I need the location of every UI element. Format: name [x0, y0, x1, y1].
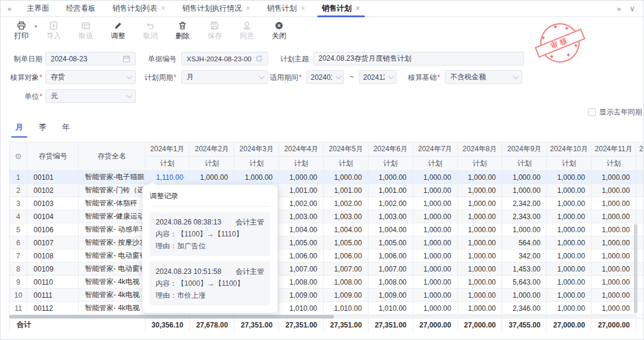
doc-no-input[interactable]: XSJH-2024-08-23-00003 — [181, 52, 268, 65]
dropdown-caret-icon[interactable]: ▾ — [35, 24, 37, 29]
table-row[interactable]: 1000111智能管家- 4k电视（45寸）1,009.001,009.001,… — [10, 289, 644, 302]
item-name-cell[interactable]: 智能管家-健康运动手环 — [79, 210, 145, 223]
plan-value-cell[interactable]: 1,000.00 — [413, 210, 457, 223]
plan-value-cell[interactable]: 1,000.00 — [547, 171, 592, 184]
plan-value-cell[interactable]: 1,000.00 — [502, 184, 547, 197]
nav-tab-0[interactable]: 主界面 — [18, 1, 58, 16]
plan-value-cell[interactable] — [636, 171, 644, 184]
tabs-collapse-icon[interactable]: « — [1, 1, 18, 16]
plan-value-cell[interactable]: 1,005.00 — [279, 236, 324, 249]
plan-value-cell[interactable]: 1,008.00 — [324, 276, 369, 289]
保存-button[interactable]: 保存 — [206, 20, 224, 39]
plan-value-cell[interactable]: 1,000.00 — [547, 197, 592, 210]
plan-value-cell[interactable]: 1,000.00 — [190, 171, 234, 184]
plan-value-cell[interactable]: 1,000.00 — [502, 171, 547, 184]
plan-value-cell[interactable]: 1,004.00 — [324, 223, 369, 236]
nav-tab-4[interactable]: 销售计划× — [259, 1, 314, 16]
调整-button[interactable]: 调整 — [109, 20, 127, 39]
plan-value-cell[interactable]: 1,000.00 — [413, 249, 457, 263]
取消-button[interactable]: 取消 — [141, 20, 159, 39]
item-code-cell[interactable]: 00101 — [27, 171, 79, 184]
plan-value-cell[interactable]: 1,005.00 — [368, 236, 413, 249]
plan-value-cell[interactable]: 1,000.00 — [234, 171, 279, 184]
plan-value-cell[interactable]: 5,643.00 — [502, 276, 547, 289]
item-name-cell[interactable]: 智能管家- 电动窗帘杆 — [79, 249, 145, 263]
item-name-cell[interactable]: 智能管家- 按摩沙发 — [79, 236, 145, 249]
plan-value-cell[interactable]: 1,000.00 — [457, 263, 502, 276]
checkbox-icon[interactable] — [588, 108, 596, 116]
plan-value-cell[interactable]: 1,000.00 — [547, 289, 592, 302]
plan-value-cell[interactable]: 1,010.00 — [368, 302, 413, 315]
plan-value-cell[interactable]: 1,010.00 — [324, 302, 369, 315]
nav-tab-5[interactable]: 销售计划× — [314, 1, 369, 16]
plan-value-cell[interactable]: 1,000.00 — [502, 223, 547, 236]
打印-button[interactable]: 打印▾ — [13, 20, 30, 39]
plan-value-cell[interactable]: 1,008.00 — [368, 276, 413, 289]
apply-range-from-select[interactable]: 202401 — [306, 70, 344, 84]
plan-value-cell[interactable]: 1,006.00 — [368, 249, 413, 263]
plan-value-cell[interactable]: 1,000.00 — [592, 197, 636, 210]
关闭-button[interactable]: 关闭 — [270, 20, 288, 39]
plan-subject-input[interactable]: 2024.08.23存货月度销售计划 — [313, 52, 524, 65]
table-row[interactable]: 500106智能管家- 动感单车1,004.001,004.001,004.00… — [10, 223, 644, 236]
show-last-year-checkbox[interactable]: 显示去年同期 — [588, 107, 642, 117]
nav-tab-2[interactable]: 销售计划列表× — [104, 1, 174, 16]
plan-value-cell[interactable] — [636, 197, 644, 210]
table-row[interactable]: 400104智能管家-健康运动手环1,003.001,003.001,003.0… — [10, 210, 644, 223]
table-row[interactable]: 600107智能管家- 按摩沙发1,005.001,005.001,005.00… — [10, 236, 644, 249]
plan-value-cell[interactable]: 1,007.00 — [279, 263, 324, 276]
gear-icon[interactable]: ⚙ — [15, 152, 22, 161]
plan-value-cell[interactable]: 1,000.00 — [592, 263, 636, 276]
apply-range-to-select[interactable]: 202412 — [359, 70, 397, 84]
plan-value-cell[interactable]: 1,003.00 — [324, 210, 369, 223]
vertical-scrollbar-thumb[interactable] — [634, 224, 637, 313]
basis-select[interactable]: 不含税金额 — [445, 70, 522, 84]
horizontal-scrollbar-thumb[interactable] — [9, 315, 334, 319]
plan-value-cell[interactable]: 1,000.00 — [547, 276, 592, 289]
table-row[interactable]: 800109智能管家- 电动窗帘环索1,007.001,007.001,007.… — [10, 263, 644, 276]
plan-value-cell[interactable]: 1,000.00 — [592, 302, 636, 315]
plan-value-cell[interactable] — [636, 184, 644, 197]
plan-value-cell[interactable]: 1,000.00 — [592, 289, 636, 302]
plan-value-cell[interactable]: 1,000.00 — [368, 171, 413, 184]
plan-value-cell[interactable]: 1,002.00 — [324, 197, 369, 210]
plan-value-cell[interactable]: 1,005.00 — [324, 236, 369, 249]
plan-value-cell[interactable]: 1,010.00 — [279, 302, 324, 315]
plan-value-cell[interactable]: 1,001.00 — [279, 184, 324, 197]
plan-value-cell[interactable]: 1,000.00 — [324, 171, 369, 184]
plan-value-cell[interactable]: 1,002.00 — [279, 197, 324, 210]
plan-value-cell[interactable] — [636, 210, 644, 223]
plan-value-cell[interactable]: 2,342.00 — [502, 197, 547, 210]
item-name-cell[interactable]: 智能管家- 4k电视（50寸） — [79, 276, 145, 289]
plan-value-cell[interactable]: 1,000.00 — [413, 263, 457, 276]
plan-value-cell[interactable]: 1,000.00 — [547, 249, 592, 263]
plan-value-cell[interactable]: 1,000.00 — [547, 223, 592, 236]
tab-close-icon[interactable]: × — [162, 4, 166, 13]
plan-value-cell[interactable]: 1,000.00 — [457, 302, 502, 315]
item-name-cell[interactable]: 智能管家- 4k电视（45寸） — [79, 289, 145, 302]
同意-button[interactable]: 同意 — [238, 20, 256, 39]
plan-value-cell[interactable]: 1,006.00 — [324, 249, 369, 263]
导入-button[interactable]: 导入 — [45, 20, 63, 39]
plan-value-cell[interactable]: 1,000.00 — [547, 263, 592, 276]
plan-value-cell[interactable]: 1,003.00 — [368, 210, 413, 223]
plan-value-cell[interactable]: 2,343.00 — [502, 210, 547, 223]
item-code-cell[interactable]: 00109 — [27, 263, 79, 276]
calendar-icon[interactable] — [122, 55, 131, 63]
plan-value-cell[interactable]: 1,008.00 — [279, 276, 324, 289]
plan-value-cell[interactable]: 1,000.00 — [592, 210, 636, 223]
plan-value-cell[interactable]: 1,000.00 — [457, 289, 502, 302]
item-code-cell[interactable]: 00112 — [27, 302, 79, 315]
plan-value-cell[interactable]: 1,000.00 — [592, 276, 636, 289]
plan-value-cell[interactable]: 1,453.00 — [502, 263, 547, 276]
account-object-select[interactable]: 存货 — [45, 70, 136, 84]
item-code-cell[interactable]: 00111 — [27, 289, 79, 302]
plan-value-cell[interactable]: 1,000.00 — [413, 223, 457, 236]
unit-select[interactable]: 元 — [45, 89, 136, 103]
tabs-menu-icon[interactable]: ∨ — [629, 4, 635, 13]
取值-button[interactable]: 取值 — [77, 20, 95, 39]
period-tab-月[interactable]: 月 — [14, 122, 25, 138]
table-row[interactable]: 200102智能管家-门铃（远程提示）1,001.001,001.001,001… — [10, 184, 644, 197]
tabs-overflow-icon[interactable]: » — [617, 4, 621, 13]
plan-value-cell[interactable]: 1,000.00 — [413, 184, 457, 197]
